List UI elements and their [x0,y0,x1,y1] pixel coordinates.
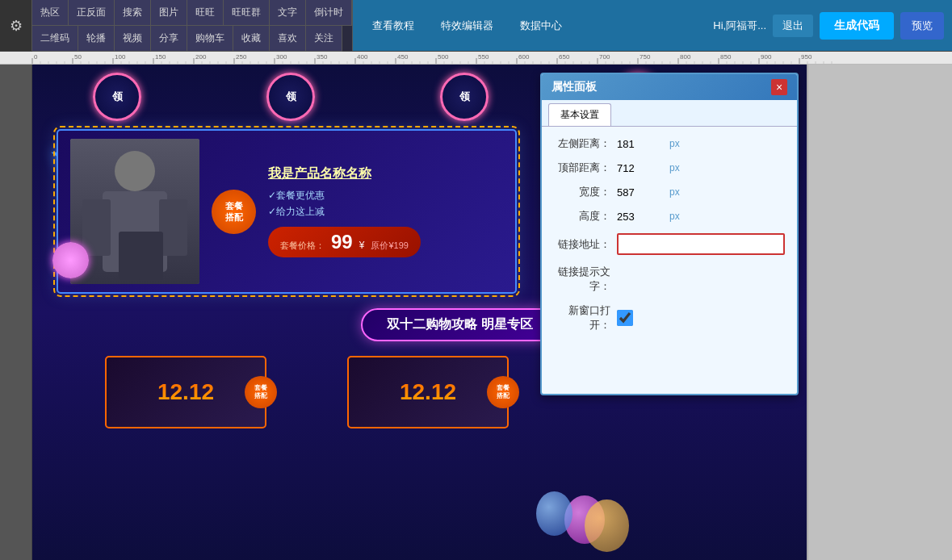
field-new-window: 新窗口打开： [554,303,785,332]
left-sidebar [0,65,32,560]
height-unit: px [669,211,680,222]
toolbar-btn-图片[interactable]: 图片 [151,0,187,26]
user-greeting: Hi,阿福哥... [713,19,766,33]
toolbar-btn-正反面[interactable]: 正反面 [69,0,115,26]
logout-button[interactable]: 退出 [773,15,813,37]
product-name: 我是产品名称名称 [268,165,503,182]
candy-deco [52,242,89,278]
price-value: 99 [331,231,353,253]
svg-text:100: 100 [115,53,126,61]
bottom-card-2: 12.12 套餐 搭配 [347,356,509,428]
svg-text:650: 650 [559,53,570,61]
toolbar-btn-轮播[interactable]: 轮播 [78,26,115,52]
svg-text:250: 250 [236,53,247,61]
card-date-1: 12.12 [157,379,214,405]
circle-2: 领 [266,73,315,121]
right-strip [807,65,952,560]
top-distance-value: 712 [617,162,665,174]
bottom-card-1: 12.12 套餐 搭配 [105,356,266,428]
generate-code-button[interactable]: 生成代码 [820,12,894,40]
width-unit: px [669,186,680,198]
svg-text:200: 200 [195,53,207,61]
panel-title: 属性面板 [551,80,597,94]
width-value: 587 [617,186,665,199]
tab-basic-settings[interactable]: 基本设置 [548,103,611,126]
toolbar-btn-二维码[interactable]: 二维码 [32,26,78,52]
new-window-label: 新窗口打开： [554,303,610,332]
gear-icon[interactable]: ⚙ [10,17,23,35]
height-label: 高度： [554,209,610,224]
toolbar-btn-文字[interactable]: 文字 [270,0,306,26]
toolbar-btn-分享[interactable]: 分享 [151,26,187,52]
banner-text: 双十二购物攻略 明星专区 [361,308,558,341]
toolbar-btn-购物车[interactable]: 购物车 [187,26,233,52]
toolbar-btn-热区[interactable]: 热区 [32,0,69,26]
left-distance-label: 左侧距离： [554,136,610,151]
width-label: 宽度： [554,185,610,199]
panel-body: 左侧距离： 181 px 顶部距离： 712 px 宽度： 587 px [542,127,797,352]
svg-text:700: 700 [599,53,610,61]
card-badge-2: 套餐 搭配 [487,376,519,408]
link-hint-label: 链接提示文字： [554,265,610,294]
toolbar-btn-倒计时[interactable]: 倒计时 [306,0,352,26]
price-area: 套餐价格： 99 ¥ 原价¥199 [268,227,421,257]
svg-text:850: 850 [720,53,732,61]
card-badge-1: 套餐 搭配 [245,376,277,408]
ruler: 0501001502002503003504004505005506006507… [0,52,952,65]
svg-text:150: 150 [155,53,166,61]
field-width: 宽度： 587 px [554,185,785,199]
ruler-svg: 0501001502002503003504004505005506006507… [0,52,952,65]
nav-item-数据中心[interactable]: 数据中心 [509,14,573,38]
top-distance-label: 顶部距离： [554,161,610,175]
svg-text:50: 50 [74,53,82,61]
new-window-checkbox[interactable] [617,310,633,326]
person-silhouette [70,139,199,284]
toolbar-btn-旺旺[interactable]: 旺旺 [187,0,224,26]
link-label: 链接地址： [554,237,610,252]
svg-text:500: 500 [438,53,449,61]
nav-item-特效编辑器[interactable]: 特效编辑器 [430,14,505,38]
toolbar-btn-旺旺群[interactable]: 旺旺群 [224,0,270,26]
svg-text:350: 350 [317,53,328,61]
svg-text:950: 950 [801,53,812,61]
svg-text:450: 450 [397,53,409,61]
product-card[interactable]: 套餐 搭配 我是产品名称名称 ✓套餐更优惠 ✓给力这上减 套餐价格： 99 ¥ … [57,129,517,294]
circle-3: 领 [440,73,489,121]
height-value: 253 [617,211,665,223]
toolbar-btn-搜索[interactable]: 搜索 [115,0,151,26]
svg-text:750: 750 [640,53,651,61]
toolbar-buttons: 热区正反面搜索图片旺旺旺旺群文字倒计时二维码轮播视频分享购物车收藏喜欢关注 [32,0,353,51]
canvas-area[interactable]: 领 领 领 领 ★ [32,65,807,560]
panel-close-button[interactable]: × [771,79,787,95]
properties-panel: 属性面板 × 基本设置 左侧距离： 181 px 顶部距离： 712 px [540,73,799,395]
svg-text:600: 600 [518,53,530,61]
product-features: ✓套餐更优惠 ✓给力这上减 [268,189,503,219]
panel-tabs: 基本设置 [542,100,797,127]
toolbar-btn-关注[interactable]: 关注 [306,26,342,52]
toolbar-btn-收藏[interactable]: 收藏 [233,26,270,52]
top-distance-unit: px [669,162,680,173]
feature-1: ✓套餐更优惠 [268,189,503,203]
price-sup: ¥ [359,240,365,251]
toolbar-btn-视频[interactable]: 视频 [115,26,151,52]
original-price: 原价¥199 [371,240,408,252]
link-input[interactable] [617,233,785,255]
bundle-badge: 套餐 搭配 [212,190,256,234]
main-area: 领 领 领 领 ★ [0,65,952,560]
circle-1: 领 [93,73,141,121]
panel-header: 属性面板 × [542,74,797,100]
settings-area[interactable]: ⚙ [0,0,32,51]
svg-text:550: 550 [478,53,489,61]
toolbar: ⚙ 热区正反面搜索图片旺旺旺旺群文字倒计时二维码轮播视频分享购物车收藏喜欢关注 … [0,0,952,52]
field-left-distance: 左侧距离： 181 px [554,136,785,151]
svg-text:400: 400 [357,53,368,61]
product-info: 我是产品名称名称 ✓套餐更优惠 ✓给力这上减 套餐价格： 99 ¥ 原价¥199 [268,165,503,257]
nav-item-查看教程[interactable]: 查看教程 [361,14,426,38]
left-distance-value: 181 [617,138,665,150]
toolbar-right: Hi,阿福哥... 退出 生成代码 预览 [705,0,952,51]
svg-text:900: 900 [761,53,772,61]
toolbar-btn-喜欢[interactable]: 喜欢 [270,26,306,52]
preview-button[interactable]: 预览 [900,12,944,40]
field-height: 高度： 253 px [554,209,785,224]
svg-text:0: 0 [34,53,38,61]
